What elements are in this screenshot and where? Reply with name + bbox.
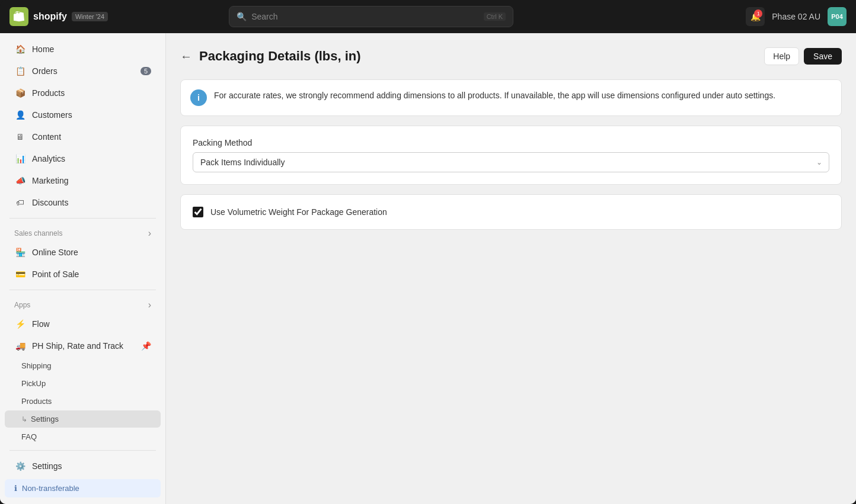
sidebar-item-products[interactable]: 📦 Products [5,82,161,104]
info-circle-icon: ℹ [14,484,17,493]
info-card: i For accurate rates, we strongly recomm… [180,79,842,116]
expand-icon[interactable]: › [148,228,151,239]
sidebar-item-flow[interactable]: ⚡ Flow [5,313,161,335]
sidebar-label-discounts: Discounts [32,198,68,207]
sales-channels-label: Sales channels [14,229,62,237]
sidebar-sub-pickup[interactable]: PickUp [5,375,161,392]
sidebar-item-marketing[interactable]: 📣 Marketing [5,170,161,191]
sidebar-item-orders[interactable]: 📋 Orders 5 [5,60,161,82]
packing-method-label: Packing Method [193,138,829,147]
settings-indent-icon: ↳ [21,415,27,423]
sidebar-item-ph-ship[interactable]: 🚚 PH Ship, Rate and Track 📌 [5,335,161,357]
sales-channels-section: Sales channels › [5,223,161,241]
page-actions: Help Save [764,47,842,65]
sidebar-item-discounts[interactable]: 🏷 Discounts [5,192,161,213]
notification-button[interactable]: 🔔 1 [746,7,765,26]
sidebar-sub-label-faq: FAQ [21,432,37,441]
pos-icon: 💳 [14,268,26,280]
volumetric-checkbox[interactable] [193,207,203,217]
analytics-icon: 📊 [14,153,26,165]
search-bar[interactable]: 🔍 Ctrl K [229,6,513,27]
home-icon: 🏠 [14,43,26,55]
search-icon: 🔍 [237,12,247,21]
info-text: For accurate rates, we strongly recommen… [214,89,775,102]
flow-icon: ⚡ [14,318,26,330]
sidebar-item-customers[interactable]: 👤 Customers [5,104,161,126]
search-input[interactable] [251,12,479,21]
volumetric-label: Use Volumetric Weight For Package Genera… [210,207,387,217]
sidebar-sub-label-pickup: PickUp [21,379,46,388]
sidebar-sub-label-settings: Settings [31,415,59,423]
shopify-logo-icon [9,7,28,26]
save-button[interactable]: Save [804,48,842,65]
winter-badge: Winter '24 [72,12,108,21]
customers-icon: 👤 [14,109,26,121]
sidebar-label-analytics: Analytics [32,154,65,163]
ph-ship-icon: 🚚 [14,340,26,352]
sidebar-item-online-store[interactable]: 🏪 Online Store [5,242,161,263]
marketing-icon: 📣 [14,175,26,187]
sidebar-label-home: Home [32,44,54,54]
page-title-area: ← Packaging Details (lbs, in) [180,49,361,64]
sidebar-label-flow: Flow [32,319,50,329]
packing-method-select[interactable]: Pack Items Individually Box Packing Weig… [193,152,829,172]
help-button[interactable]: Help [764,47,799,65]
back-button[interactable]: ← [180,50,192,62]
sidebar-sub-settings[interactable]: ↳ Settings [5,410,161,428]
page-title: Packaging Details (lbs, in) [199,49,361,64]
pin-icon: 📌 [141,341,151,351]
page-content: ← Packaging Details (lbs, in) Help Save … [166,33,856,504]
apps-section: Apps › [5,295,161,313]
orders-badge: 5 [140,67,151,75]
page-header: ← Packaging Details (lbs, in) Help Save [180,47,842,65]
orders-icon: 📋 [14,65,26,77]
search-shortcut-hint: Ctrl K [484,12,506,21]
sidebar-divider-1 [9,218,156,219]
content-icon: 🖥 [14,131,26,143]
store-name: Phase 02 AU [772,12,820,21]
sidebar-item-content[interactable]: 🖥 Content [5,126,161,147]
sidebar-divider-3 [9,450,156,451]
sidebar-sub-products[interactable]: Products [5,393,161,410]
sidebar-sub-faq[interactable]: FAQ [5,428,161,445]
sidebar-label-orders: Orders [32,66,58,76]
logo-text: shopify [33,11,67,22]
packing-method-select-wrapper: Pack Items Individually Box Packing Weig… [193,152,829,172]
volumetric-weight-card: Use Volumetric Weight For Package Genera… [180,194,842,230]
apps-expand-icon[interactable]: › [148,300,151,310]
non-transferable-bar[interactable]: ℹ Non-transferable [5,479,161,497]
sidebar-label-online-store: Online Store [32,248,78,257]
sidebar-sub-label-shipping: Shipping [21,361,52,370]
sidebar-item-settings[interactable]: ⚙️ Settings [5,455,161,477]
sidebar-label-settings: Settings [32,461,62,471]
sidebar-item-analytics[interactable]: 📊 Analytics [5,148,161,169]
logo-area: shopify Winter '24 [9,7,108,26]
notification-badge: 1 [754,9,762,18]
sidebar-label-ph-ship: PH Ship, Rate and Track [32,341,123,351]
online-store-icon: 🏪 [14,246,26,258]
sidebar-label-pos: Point of Sale [32,269,79,279]
sidebar: 🏠 Home 📋 Orders 5 📦 Products 👤 Customers… [0,33,166,504]
sidebar-item-home[interactable]: 🏠 Home [5,38,161,60]
info-icon: i [190,89,207,106]
sidebar-divider-2 [9,290,156,290]
nav-right: 🔔 1 Phase 02 AU P04 [746,7,847,26]
sidebar-item-point-of-sale[interactable]: 💳 Point of Sale [5,264,161,285]
packing-method-card: Packing Method Pack Items Individually B… [180,126,842,185]
discounts-icon: 🏷 [14,197,26,208]
top-navigation: shopify Winter '24 🔍 Ctrl K 🔔 1 Phase 02… [0,0,856,33]
sidebar-sub-shipping[interactable]: Shipping [5,357,161,374]
main-area: 🏠 Home 📋 Orders 5 📦 Products 👤 Customers… [0,33,856,504]
sidebar-label-content: Content [32,132,61,142]
sidebar-label-customers: Customers [32,110,72,120]
sidebar-sub-label-products: Products [21,397,52,406]
products-icon: 📦 [14,87,26,99]
apps-label: Apps [14,301,30,309]
settings-icon: ⚙️ [14,460,26,472]
non-transferable-label: Non-transferable [22,484,79,493]
sidebar-label-products: Products [32,88,65,98]
sidebar-label-marketing: Marketing [32,176,68,185]
store-avatar[interactable]: P04 [828,7,847,26]
